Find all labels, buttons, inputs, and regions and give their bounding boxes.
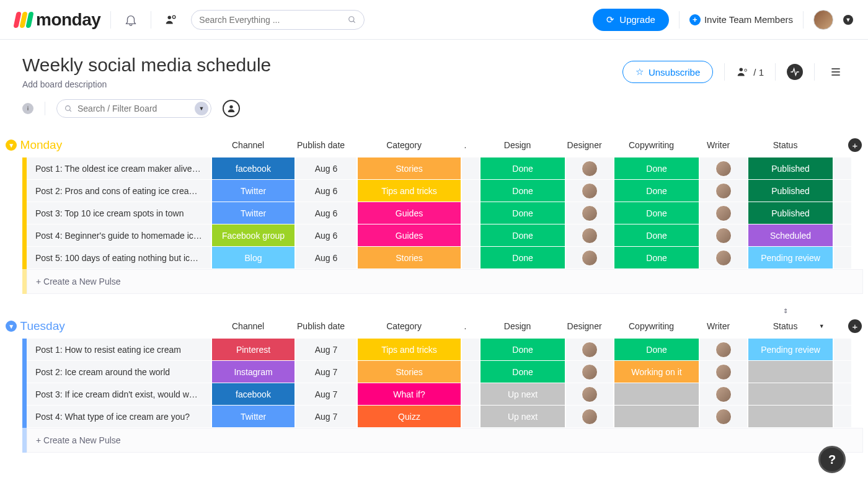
- task-name-cell[interactable]: Post 3: Top 10 ice cream spots in town: [27, 202, 211, 224]
- column-header[interactable]: Design: [475, 140, 560, 150]
- task-name-cell[interactable]: Post 5: 100 days of eating nothing but i…: [27, 247, 211, 269]
- channel-cell[interactable]: Twitter: [211, 202, 294, 224]
- writer-cell[interactable]: [699, 361, 747, 383]
- writer-cell[interactable]: [699, 383, 747, 406]
- channel-cell[interactable]: facebook: [211, 157, 294, 180]
- category-cell[interactable]: Quizz: [356, 406, 461, 428]
- design-status-cell[interactable]: Done: [479, 339, 565, 361]
- column-header[interactable]: Category: [352, 321, 456, 331]
- copywriting-status-cell[interactable]: Done: [613, 339, 699, 361]
- writer-cell[interactable]: [699, 157, 747, 180]
- category-cell[interactable]: What if?: [356, 383, 461, 406]
- activity-icon[interactable]: [787, 64, 803, 80]
- help-button[interactable]: ?: [818, 446, 846, 473]
- channel-cell[interactable]: Instagram: [211, 361, 294, 383]
- add-column-button[interactable]: +: [848, 138, 862, 152]
- person-filter-icon[interactable]: [223, 100, 240, 117]
- category-cell[interactable]: Stories: [356, 361, 461, 383]
- status-cell[interactable]: [747, 361, 833, 383]
- copywriting-status-cell[interactable]: [613, 406, 699, 428]
- group-title[interactable]: Monday: [18, 138, 206, 152]
- copywriting-status-cell[interactable]: Done: [613, 224, 699, 247]
- writer-cell[interactable]: [699, 180, 747, 202]
- column-header[interactable]: Channel: [206, 140, 290, 150]
- designer-cell[interactable]: [565, 247, 613, 269]
- date-cell[interactable]: Aug 7: [294, 339, 356, 361]
- members-count[interactable]: / 1: [736, 65, 764, 79]
- category-cell[interactable]: Stories: [356, 157, 461, 180]
- writer-cell[interactable]: [699, 247, 747, 269]
- create-pulse-button[interactable]: + Create a New Pulse: [27, 269, 863, 294]
- copywriting-status-cell[interactable]: Done: [613, 202, 699, 224]
- search-dropdown-icon[interactable]: ▼: [195, 102, 208, 115]
- design-status-cell[interactable]: Done: [479, 157, 565, 180]
- designer-cell[interactable]: [565, 157, 613, 180]
- column-header[interactable]: Copywriting: [609, 321, 694, 331]
- copywriting-status-cell[interactable]: Done: [613, 180, 699, 202]
- create-pulse-button[interactable]: + Create a New Pulse: [27, 428, 863, 453]
- design-status-cell[interactable]: Up next: [479, 406, 565, 428]
- writer-cell[interactable]: [699, 406, 747, 428]
- copywriting-status-cell[interactable]: Done: [613, 157, 699, 180]
- unsubscribe-button[interactable]: ☆ Unsubscribe: [622, 61, 713, 83]
- column-header[interactable]: Status: [743, 140, 828, 150]
- column-header[interactable]: Designer: [560, 321, 609, 331]
- column-header[interactable]: .: [456, 321, 475, 331]
- column-header[interactable]: Publish date: [290, 140, 352, 150]
- column-header[interactable]: Design: [475, 321, 560, 331]
- category-cell[interactable]: Stories: [356, 247, 461, 269]
- group-collapse-icon[interactable]: ▼: [6, 140, 17, 151]
- column-header[interactable]: ⇕Status▼: [743, 321, 828, 331]
- task-name-cell[interactable]: Post 2: Ice cream around the world: [27, 361, 211, 383]
- logo[interactable]: monday: [15, 10, 100, 30]
- user-menu-caret-icon[interactable]: ▼: [843, 15, 853, 25]
- writer-cell[interactable]: [699, 224, 747, 247]
- date-cell[interactable]: Aug 7: [294, 406, 356, 428]
- task-name-cell[interactable]: Post 1: How to resist eating ice cream: [27, 339, 211, 361]
- designer-cell[interactable]: [565, 224, 613, 247]
- date-cell[interactable]: Aug 6: [294, 180, 356, 202]
- bell-icon[interactable]: [121, 10, 141, 30]
- channel-cell[interactable]: Pinterest: [211, 339, 294, 361]
- status-cell[interactable]: Published: [747, 180, 833, 202]
- status-cell[interactable]: Scheduled: [747, 224, 833, 247]
- column-header[interactable]: Writer: [694, 140, 743, 150]
- invite-members-button[interactable]: + Invite Team Members: [689, 14, 793, 25]
- search-board-input[interactable]: [78, 104, 195, 113]
- status-cell[interactable]: Pending review: [747, 339, 833, 361]
- copywriting-status-cell[interactable]: Done: [613, 247, 699, 269]
- search-input[interactable]: [199, 15, 348, 25]
- info-icon[interactable]: i: [22, 103, 33, 114]
- people-icon[interactable]: [161, 10, 181, 30]
- date-cell[interactable]: Aug 6: [294, 157, 356, 180]
- category-cell[interactable]: Tips and tricks: [356, 180, 461, 202]
- copywriting-status-cell[interactable]: Working on it: [613, 361, 699, 383]
- channel-cell[interactable]: Twitter: [211, 180, 294, 202]
- column-header[interactable]: Writer: [694, 321, 743, 331]
- column-header[interactable]: Category: [352, 140, 456, 150]
- status-cell[interactable]: [747, 406, 833, 428]
- board-description[interactable]: Add board description: [22, 79, 622, 89]
- design-status-cell[interactable]: Done: [479, 361, 565, 383]
- designer-cell[interactable]: [565, 202, 613, 224]
- board-title[interactable]: Weekly social media schedule: [22, 55, 622, 76]
- user-avatar[interactable]: [813, 10, 833, 30]
- channel-cell[interactable]: Blog: [211, 247, 294, 269]
- writer-cell[interactable]: [699, 339, 747, 361]
- group-title[interactable]: Tuesday: [18, 319, 206, 333]
- designer-cell[interactable]: [565, 339, 613, 361]
- search-board[interactable]: ▼: [56, 99, 211, 118]
- designer-cell[interactable]: [565, 180, 613, 202]
- date-cell[interactable]: Aug 6: [294, 202, 356, 224]
- column-header[interactable]: Copywriting: [609, 140, 694, 150]
- design-status-cell[interactable]: Done: [479, 180, 565, 202]
- channel-cell[interactable]: facebook: [211, 383, 294, 406]
- category-cell[interactable]: Guides: [356, 202, 461, 224]
- column-header[interactable]: .: [456, 140, 475, 150]
- board-menu-icon[interactable]: [826, 62, 846, 82]
- designer-cell[interactable]: [565, 406, 613, 428]
- status-cell[interactable]: Published: [747, 202, 833, 224]
- designer-cell[interactable]: [565, 383, 613, 406]
- copywriting-status-cell[interactable]: [613, 383, 699, 406]
- column-header[interactable]: Publish date: [290, 321, 352, 331]
